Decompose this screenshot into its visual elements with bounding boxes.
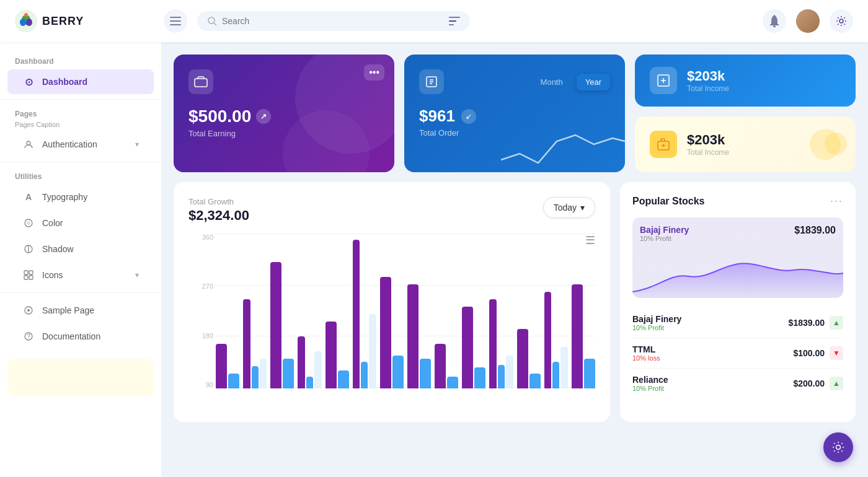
bottom-row: Total Growth $2,324.00 Today ▾ ☰ 360 270… [174,182,856,422]
popular-stocks-card: Popular Stocks ··· Bajaj Finery 10% Prof… [620,182,856,422]
bell-icon [769,15,780,27]
stock-profit-bajaj: 10% Profit [632,324,681,331]
avatar-image [796,9,820,33]
logo-area: BERRY [15,10,164,32]
order-tab-group: Month Year [532,74,610,90]
bar-purple [544,292,551,388]
bar-group [326,234,349,388]
sidebar-item-color-label: Color [42,218,63,228]
bar-purple [216,344,227,388]
svg-point-8 [208,17,215,24]
stock-badge-up-reliance: ▲ [830,377,843,390]
svg-rect-6 [170,20,181,22]
bar-group [270,234,294,388]
sidebar-item-typography-label: Typography [42,192,87,202]
icons-icon [22,269,35,281]
sidebar-item-authentication[interactable]: Authentication ▾ [7,132,154,157]
layout: Dashboard ⊙ Dashboard Pages Pages Captio… [0,42,868,477]
sidebar-item-color[interactable]: Color [7,211,154,235]
svg-rect-5 [170,17,181,18]
sidebar-promo-banner [7,359,154,396]
tab-month[interactable]: Month [532,74,572,90]
sidebar-item-typography[interactable]: A Typography [7,185,154,209]
stock-list-item: Bajaj Finery 10% Profit $1839.00 ▲ [632,308,843,338]
order-card: Month Year $961 ↙ Total Order [404,55,625,172]
sidebar-item-icons-label: Icons [42,270,63,280]
bar-blue [361,362,368,388]
bar-group [517,234,541,388]
stock-profit-reliance: 10% Profit [632,385,668,392]
dashboard-icon: ⊙ [22,76,35,88]
settings-button[interactable] [830,9,853,33]
menu-button[interactable] [164,9,187,33]
sidebar-item-sample-page[interactable]: Sample Page [7,298,154,323]
stock-price-ttml: $100.00 [793,348,825,358]
bar-blue [252,366,259,388]
logo-icon [15,10,37,32]
stock-price-reliance: $200.00 [793,379,825,388]
income-label-blue: Total Income [687,84,729,93]
income-amount-yellow: $203k [687,132,729,148]
bar-group [572,234,595,388]
bar-purple [435,344,446,388]
y-label-90: 90 [188,381,213,388]
sidebar-item-dashboard[interactable]: ⊙ Dashboard [7,69,154,94]
sidebar-item-authentication-label: Authentication [42,139,97,149]
stock-badge-up-bajaj: ▲ [830,316,843,330]
bars-chart [216,234,595,388]
chevron-down-icon: ▾ [580,203,585,212]
bar-blue [498,365,505,388]
documentation-icon: ? [22,330,35,343]
stock-name-reliance: Reliance [632,375,668,385]
sidebar-item-icons[interactable]: Icons ▾ [7,263,154,287]
sidebar: Dashboard ⊙ Dashboard Pages Pages Captio… [0,42,161,477]
sidebar-item-shadow[interactable]: Shadow [7,237,154,261]
stock-right-bajaj: $1839.00 ▲ [789,316,843,330]
earning-trend-icon: ↗ [256,109,271,124]
tab-year[interactable]: Year [577,74,610,90]
svg-rect-22 [24,276,28,279]
earning-card-more-button[interactable]: ••• [364,64,384,81]
avatar[interactable] [796,9,820,33]
bar-blue [392,356,404,388]
top-cards-row: ••• $500.00 ↗ Total Earning Month [174,55,856,172]
search-icon [207,16,217,26]
svg-rect-10 [449,17,460,18]
svg-point-14 [839,19,843,23]
bar-blue [420,359,431,388]
bar-purple [572,284,583,388]
svg-point-36 [836,445,841,450]
search-input[interactable] [222,16,444,26]
bar-light [506,356,513,388]
total-income-card-blue: $203k Total Income [635,55,856,107]
bar-blue [338,370,349,388]
fab-gear-icon [831,440,845,454]
stock-profit-ttml: 10% loss [632,354,660,362]
fab-settings-button[interactable] [823,432,853,462]
bar-blue [529,374,541,388]
income-icon-blue [650,67,677,94]
today-filter-button[interactable]: Today ▾ [543,197,595,218]
bar-blue [474,367,485,388]
sidebar-item-documentation[interactable]: ? Documentation [7,324,154,349]
bar-group [353,234,376,388]
bar-blue [552,362,559,388]
order-amount: $961 [419,107,455,126]
stock-right-reliance: $200.00 ▲ [793,377,843,390]
notification-button[interactable] [763,9,786,33]
sidebar-section-pages: Pages [0,105,161,121]
bar-light [560,347,567,388]
stocks-title: Popular Stocks [632,196,704,207]
total-income-card-yellow: $203k Total Income [635,116,856,172]
stocks-header: Popular Stocks ··· [632,195,843,208]
sidebar-item-shadow-label: Shadow [42,244,74,254]
y-label-180: 180 [188,332,213,339]
authentication-icon [22,138,35,151]
filter-icon[interactable] [449,17,460,25]
stock-mini-chart: Bajaj Finery 10% Profit $1839.00 [632,217,843,298]
bar-group [407,234,431,388]
y-label-270: 270 [188,282,213,290]
chart-area: ☰ 360 270 180 90 [188,234,595,407]
sidebar-item-sample-label: Sample Page [42,305,94,315]
stocks-more-button[interactable]: ··· [830,195,843,208]
